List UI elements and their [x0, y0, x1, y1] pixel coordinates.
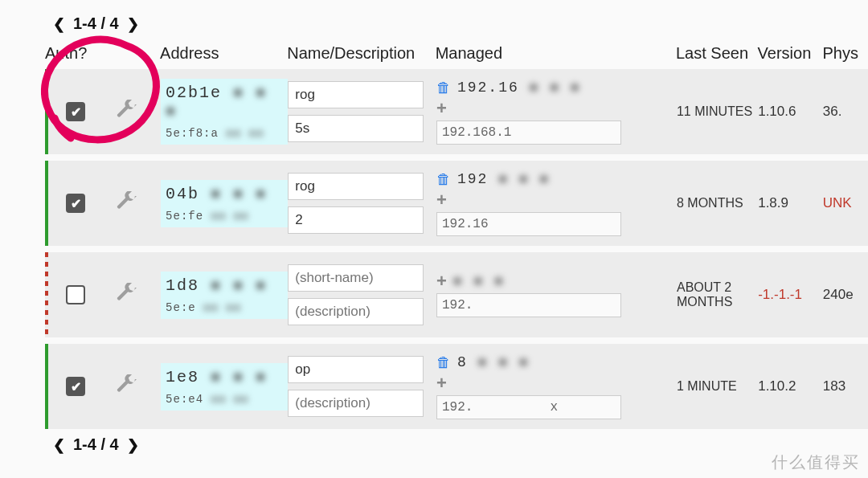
pager-top: ❮ 1-4 / 4 ❯ [45, 14, 868, 33]
address-sub: 5e:f8:a ●● ●● [166, 127, 283, 140]
row-status-edge [45, 69, 48, 154]
phys: 240e [823, 287, 868, 303]
address-main: 1e8 ● ● ● [166, 368, 283, 386]
pager-bottom: ❮ 1-4 / 4 ❯ [45, 435, 868, 454]
table-headers: Auth? Address Name/Description Managed L… [45, 41, 868, 69]
last-seen: 1 MINUTE [677, 379, 758, 394]
address-main: 04b ● ● ● [166, 185, 283, 203]
version: -1.-1.-1 [758, 287, 823, 303]
last-seen: 8 MONTHS [677, 196, 758, 210]
phys: UNK [823, 195, 868, 211]
table-row: 1d8 ● ● ●5e:e ●● ●●+● ● ●ABOUT 2 MONTHS-… [45, 252, 868, 337]
plus-icon[interactable]: + [436, 272, 447, 290]
wrench-icon[interactable] [116, 191, 137, 215]
ip-input[interactable] [436, 395, 621, 419]
pager-range: 1-4 / 4 [73, 435, 119, 454]
pager-range: 1-4 / 4 [73, 14, 119, 33]
header-name[interactable]: Name/Description [287, 44, 435, 63]
row-status-edge [45, 252, 48, 337]
pager-prev-icon[interactable]: ❮ [53, 436, 65, 454]
address-sub: 5e:e4 ●● ●● [166, 393, 283, 406]
auth-checkbox[interactable] [66, 285, 85, 304]
ip-input[interactable] [436, 121, 621, 145]
name-input[interactable] [288, 173, 424, 200]
managed-ip: 8 ● ● ● [457, 354, 530, 370]
phys: 36. [823, 104, 868, 120]
description-input[interactable] [288, 298, 424, 325]
plus-icon[interactable]: + [436, 100, 447, 117]
last-seen: ABOUT 2 MONTHS [677, 280, 758, 309]
pager-prev-icon[interactable]: ❮ [53, 15, 65, 33]
table-row: ✔04b ● ● ●5e:fe ●● ●●🗑192 ● ● ●+8 MONTHS… [45, 161, 868, 246]
table-row: ✔1e8 ● ● ●5e:e4 ●● ●●🗑8 ● ● ●+1 MINUTE1.… [45, 344, 868, 429]
trash-icon[interactable]: 🗑 [436, 354, 451, 371]
description-input[interactable] [288, 390, 424, 417]
version: 1.10.2 [758, 378, 823, 394]
pager-next-icon[interactable]: ❯ [127, 436, 139, 454]
address-sub: 5e:e ●● ●● [166, 301, 283, 314]
header-phys[interactable]: Phys [823, 44, 868, 63]
name-input[interactable] [288, 356, 424, 383]
wrench-icon[interactable] [116, 283, 137, 307]
auth-checkbox[interactable]: ✔ [66, 377, 85, 396]
name-input[interactable] [288, 264, 424, 292]
header-auth[interactable]: Auth? [45, 44, 160, 63]
auth-checkbox[interactable]: ✔ [66, 194, 85, 213]
phys: 183 [823, 378, 868, 394]
table-row: ✔02b1e ● ● ●5e:f8:a ●● ●●🗑192.16 ● ● ●+1… [45, 69, 868, 154]
ip-input[interactable] [436, 293, 621, 317]
managed-ip: 192.16 ● ● ● [457, 80, 581, 96]
description-input[interactable] [288, 115, 424, 142]
name-input[interactable] [288, 81, 424, 108]
plus-icon[interactable]: + [436, 374, 447, 392]
wrench-icon[interactable] [116, 100, 137, 124]
pager-next-icon[interactable]: ❯ [127, 15, 139, 33]
row-status-edge [45, 161, 48, 246]
header-lastseen[interactable]: Last Seen [676, 44, 758, 63]
address-sub: 5e:fe ●● ●● [166, 210, 283, 223]
address-main: 02b1e ● ● ● [166, 84, 283, 121]
header-version[interactable]: Version [758, 44, 823, 63]
version: 1.10.6 [758, 104, 823, 120]
trash-icon[interactable]: 🗑 [436, 80, 451, 96]
wrench-icon[interactable] [116, 374, 137, 398]
address-main: 1d8 ● ● ● [166, 276, 283, 295]
header-address[interactable]: Address [160, 44, 287, 63]
row-status-edge [45, 344, 48, 429]
trash-icon[interactable]: 🗑 [436, 171, 451, 188]
last-seen: 11 MINUTES [677, 104, 758, 119]
description-input[interactable] [288, 206, 424, 234]
managed-ip: 192 ● ● ● [457, 171, 550, 187]
watermark: 什么值得买 [772, 451, 860, 473]
header-managed[interactable]: Managed [436, 44, 676, 63]
auth-checkbox[interactable]: ✔ [66, 102, 85, 121]
version: 1.8.9 [758, 195, 823, 211]
plus-icon[interactable]: + [436, 191, 447, 209]
ip-input[interactable] [436, 212, 621, 236]
